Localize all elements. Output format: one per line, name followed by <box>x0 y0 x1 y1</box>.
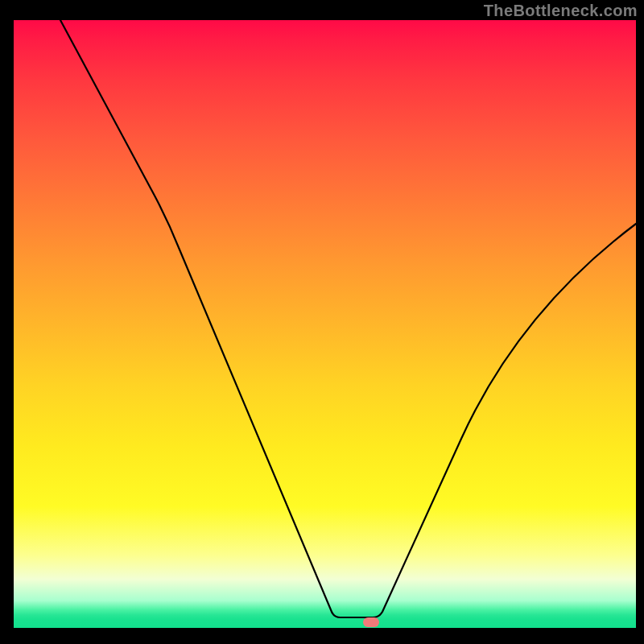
plot-area <box>14 20 636 628</box>
bottleneck-curve <box>14 20 636 628</box>
chart-frame: TheBottleneck.com <box>0 0 644 644</box>
curve-path <box>60 20 636 617</box>
optimal-point-marker <box>363 617 379 627</box>
attribution-text: TheBottleneck.com <box>484 2 638 20</box>
